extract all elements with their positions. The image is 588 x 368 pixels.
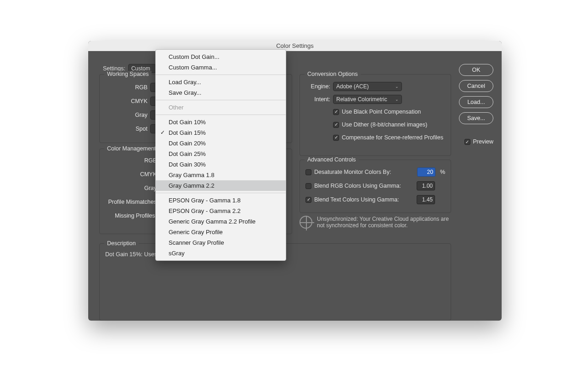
ws-rgb-label: RGB [103, 84, 147, 91]
scene-checkbox[interactable]: Compensate for Scene-referred Profiles [333, 134, 443, 141]
conv-bpc-row: Use Black Point Compensation [333, 109, 421, 115]
engine-value: Adobe (ACE) [336, 83, 369, 90]
ws-cmyk-label: CMYK [103, 98, 147, 104]
conv-scene-row: Compensate for Scene-referred Profiles [333, 134, 443, 141]
conversion-group: Conversion Options Engine: Adobe (ACE) ⌄… [300, 74, 451, 156]
menu-item[interactable]: Generic Gray Gamma 2.2 Profile [156, 216, 286, 227]
menu-item[interactable]: Load Gray... [156, 77, 286, 87]
blend-text-value-input[interactable]: 1.45 [417, 195, 435, 204]
color-settings-dialog: Color Settings Settings: Custom Working … [88, 41, 502, 321]
unsync-notice: Unsynchronized: Your Creative Cloud appl… [300, 216, 451, 229]
menu-item[interactable]: EPSON Gray - Gamma 1.8 [156, 195, 286, 206]
menu-item[interactable]: Custom Gamma... [156, 62, 286, 73]
ws-gray-label: Gray [103, 112, 147, 118]
engine-select[interactable]: Adobe (ACE) ⌄ [333, 82, 402, 91]
checkbox-icon: ✓ [464, 139, 470, 145]
checkbox-icon [333, 135, 339, 141]
menu-item[interactable]: EPSON Gray - Gamma 2.2 [156, 206, 286, 216]
adv-blend-text-row: Blend Text Colors Using Gamma: 1.45 [305, 195, 445, 204]
blend-text-label: Blend Text Colors Using Gamma: [314, 196, 399, 203]
menu-item[interactable]: Dot Gain 10% [156, 117, 286, 127]
intent-value: Relative Colorimetric [336, 96, 387, 103]
description-legend: Description [104, 240, 139, 247]
adv-blend-rgb-row: Blend RGB Colors Using Gamma: 1.00 [305, 181, 445, 190]
intent-label: Intent: [304, 96, 330, 103]
menu-item[interactable]: Dot Gain 15% [156, 127, 286, 138]
engine-label: Engine: [304, 83, 330, 90]
load-button[interactable]: Load... [459, 96, 493, 108]
blend-rgb-checkbox[interactable]: Blend RGB Colors Using Gamma: [305, 183, 401, 189]
checkbox-icon [333, 122, 339, 128]
conv-dither-row: Use Dither (8-bit/channel images) [333, 121, 427, 128]
working-spaces-legend: Working Spaces [104, 71, 152, 77]
ws-spot-label: Spot [103, 126, 147, 132]
cmp-gray-row: Gray [103, 185, 157, 191]
button-column: OK Cancel Load... Save... [459, 64, 493, 124]
cmp-mismatch-label: Profile Mismatches [103, 199, 157, 205]
advanced-legend: Advanced Controls [305, 156, 359, 163]
dither-label: Use Dither (8-bit/channel images) [342, 121, 427, 128]
menu-separator [156, 100, 286, 100]
cmp-rgb-row: RGB [103, 157, 157, 164]
menu-item[interactable]: Dot Gain 30% [156, 159, 286, 170]
adv-desat-row: Desaturate Monitor Colors By: 20 % [305, 167, 445, 177]
menu-separator [156, 115, 286, 115]
conversion-legend: Conversion Options [305, 71, 361, 77]
dialog-title: Color Settings [276, 42, 314, 49]
checkbox-icon [305, 197, 311, 203]
desat-unit: % [440, 169, 445, 175]
unsync-text: Unsynchronized: Your Creative Cloud appl… [317, 216, 451, 229]
menu-item[interactable]: Scanner Gray Profile [156, 237, 286, 248]
menu-item: Other [156, 102, 286, 113]
cmp-missing-label: Missing Profiles: [103, 213, 157, 219]
menu-item[interactable]: Generic Gray Profile [156, 227, 286, 237]
cmp-cmyk-label: CMYK [103, 171, 157, 178]
unsync-icon [300, 216, 312, 229]
menu-item[interactable]: Gray Gamma 1.8 [156, 170, 286, 180]
desat-checkbox[interactable]: Desaturate Monitor Colors By: [305, 169, 391, 175]
advanced-group: Advanced Controls Desaturate Monitor Col… [300, 160, 451, 213]
checkbox-icon [305, 169, 311, 175]
cmp-gray-label: Gray [103, 185, 157, 191]
menu-item[interactable]: Dot Gain 25% [156, 149, 286, 159]
cancel-button[interactable]: Cancel [459, 80, 493, 92]
ok-button[interactable]: OK [459, 64, 493, 76]
checkbox-icon [305, 183, 311, 189]
menu-separator [156, 75, 286, 75]
conv-engine-row: Engine: Adobe (ACE) ⌄ [304, 82, 402, 91]
menu-item[interactable]: sGray [156, 248, 286, 259]
save-button[interactable]: Save... [459, 112, 493, 124]
desat-value-input[interactable]: 20 [417, 167, 435, 177]
preview-label: Preview [473, 138, 493, 145]
desat-label: Desaturate Monitor Colors By: [314, 169, 391, 175]
scene-label: Compensate for Scene-referred Profiles [342, 134, 443, 141]
menu-item[interactable]: Save Gray... [156, 87, 286, 98]
dither-checkbox[interactable]: Use Dither (8-bit/channel images) [333, 121, 427, 128]
menu-item[interactable]: Custom Dot Gain... [156, 52, 286, 62]
dialog-body: Settings: Custom Working Spaces RGB ⌄ CM… [88, 51, 502, 58]
dialog-titlebar: Color Settings [88, 41, 502, 51]
menu-item[interactable]: Dot Gain 20% [156, 138, 286, 149]
cmp-mismatch-row: Profile Mismatches [103, 199, 157, 205]
black-point-checkbox[interactable]: Use Black Point Compensation [333, 109, 421, 115]
color-mgmt-legend: Color Management [104, 145, 158, 152]
blend-text-checkbox[interactable]: Blend Text Colors Using Gamma: [305, 196, 399, 203]
blend-rgb-value-input[interactable]: 1.00 [417, 181, 435, 190]
black-point-label: Use Black Point Compensation [342, 109, 421, 115]
cmp-cmyk-row: CMYK [103, 171, 157, 178]
gray-profile-menu[interactable]: Custom Dot Gain...Custom Gamma...Load Gr… [155, 49, 286, 261]
menu-separator [156, 193, 286, 193]
checkbox-icon [333, 109, 339, 115]
chevron-down-icon: ⌄ [395, 84, 399, 89]
cmp-rgb-label: RGB [103, 157, 157, 164]
preview-checkbox[interactable]: ✓ Preview [464, 138, 493, 145]
chevron-down-icon: ⌄ [395, 97, 399, 102]
menu-item[interactable]: Gray Gamma 2.2 [156, 180, 286, 191]
blend-rgb-label: Blend RGB Colors Using Gamma: [314, 183, 401, 189]
conv-intent-row: Intent: Relative Colorimetric ⌄ [304, 95, 402, 104]
intent-select[interactable]: Relative Colorimetric ⌄ [333, 95, 402, 104]
